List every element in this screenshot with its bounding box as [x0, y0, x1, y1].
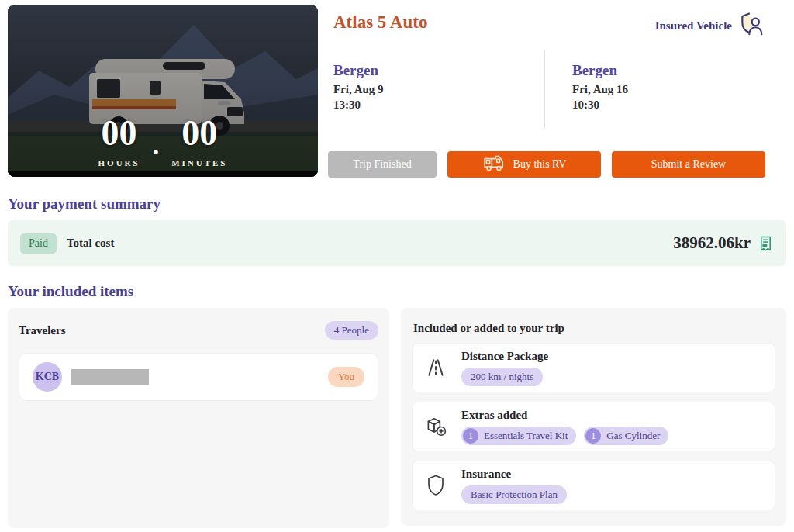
addons-panel: Included or added to your trip Distance …	[401, 308, 786, 526]
addon-card-extras: Extras added 1 Essentials Travel Kit 1 G…	[412, 402, 775, 451]
vehicle-photo: 00 HOURS . 00 MINUTES	[8, 5, 318, 177]
travelers-header: Travelers 4 People	[8, 308, 389, 348]
submit-review-button[interactable]: Submit a Review	[612, 151, 765, 178]
extra-count: 1	[585, 428, 601, 444]
addon-card-distance: Distance Package 200 km / nights	[412, 343, 775, 392]
insurance-plan-badge: Basic Protection Plan	[461, 485, 567, 504]
countdown-hours: 00 HOURS	[98, 116, 140, 168]
included-items-heading: Your included items	[8, 283, 133, 300]
payment-summary-heading: Your payment summary	[8, 195, 161, 212]
trip-details: Bergen Fri, Aug 9 13:30 Bergen Fri, Aug …	[333, 50, 775, 129]
addon-content: Insurance Basic Protection Plan	[461, 468, 567, 504]
payment-summary-row: Paid Total cost 38962.06kr	[8, 220, 786, 266]
shield-icon	[424, 474, 447, 497]
travelers-title: Travelers	[19, 324, 66, 337]
countdown-minutes-label: MINUTES	[171, 158, 227, 168]
traveler-row: KCB You	[19, 353, 378, 401]
dropoff-info: Bergen Fri, Aug 16 10:30	[544, 50, 755, 129]
pickup-date: Fri, Aug 9	[333, 83, 544, 96]
addon-card-insurance: Insurance Basic Protection Plan	[412, 461, 775, 510]
countdown-hours-label: HOURS	[98, 158, 140, 168]
dropoff-date: Fri, Aug 16	[572, 83, 755, 96]
total-cost-label: Total cost	[67, 237, 115, 250]
addon-title: Insurance	[461, 468, 567, 481]
trip-summary-page: 00 HOURS . 00 MINUTES Atlas 5 Auto Insur…	[0, 0, 794, 532]
paid-status-badge: Paid	[20, 233, 57, 254]
extra-label: Essentials Travel Kit	[484, 430, 568, 442]
extra-badge-gas-cylinder: 1 Gas Cylinder	[584, 427, 668, 445]
countdown-minutes-value: 00	[181, 116, 217, 151]
addon-title: Distance Package	[461, 350, 548, 363]
vehicle-title: Atlas 5 Auto	[333, 12, 427, 33]
extra-count: 1	[463, 428, 478, 444]
pickup-city: Bergen	[333, 62, 544, 79]
rv-icon	[482, 154, 506, 175]
dropoff-time: 10:30	[572, 98, 755, 112]
dropoff-city: Bergen	[572, 62, 755, 79]
pickup-info: Bergen Fri, Aug 9 13:30	[333, 50, 544, 129]
addon-title: Extras added	[461, 409, 668, 422]
addons-panel-title: Included or added to your trip	[401, 308, 786, 343]
shield-user-icon	[738, 11, 765, 40]
buy-rv-button[interactable]: Buy this RV	[447, 151, 601, 178]
extra-badge-essentials: 1 Essentials Travel Kit	[461, 427, 576, 445]
pickup-time: 13:30	[333, 98, 544, 112]
insured-vehicle-label: Insured Vehicle	[655, 19, 732, 33]
addon-badges: 1 Essentials Travel Kit 1 Gas Cylinder	[461, 427, 668, 445]
countdown-separator: .	[153, 116, 160, 159]
addon-content: Extras added 1 Essentials Travel Kit 1 G…	[461, 409, 668, 445]
addon-badges: Basic Protection Plan	[461, 485, 567, 504]
addon-badges: 200 km / nights	[461, 368, 548, 386]
you-badge: You	[328, 367, 364, 387]
buy-rv-label: Buy this RV	[513, 158, 567, 171]
distance-package-badge: 200 km / nights	[461, 368, 543, 386]
travelers-panel: Travelers 4 People KCB You	[8, 308, 389, 528]
travelers-count-badge: 4 People	[325, 321, 378, 340]
trip-finished-button[interactable]: Trip Finished	[328, 151, 437, 178]
road-icon	[424, 357, 447, 378]
trip-countdown: 00 HOURS . 00 MINUTES	[8, 116, 318, 168]
traveler-avatar: KCB	[33, 362, 62, 392]
insured-vehicle-badge: Insured Vehicle	[655, 11, 765, 40]
box-plus-icon	[424, 415, 447, 438]
total-cost-amount: 38962.06kr	[673, 233, 751, 253]
traveler-name-redacted	[71, 369, 149, 385]
countdown-minutes: 00 MINUTES	[171, 116, 227, 168]
countdown-hours-value: 00	[102, 116, 137, 151]
receipt-icon[interactable]	[758, 235, 774, 252]
addon-content: Distance Package 200 km / nights	[461, 350, 548, 386]
extra-label: Gas Cylinder	[606, 430, 660, 442]
